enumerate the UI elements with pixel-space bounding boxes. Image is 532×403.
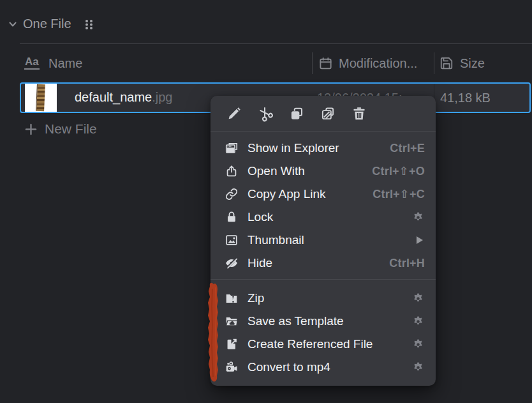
context-menu: Show in Explorer Ctrl+E Open With Ctrl+⇧…: [211, 96, 436, 386]
menu-item-copy-app-link[interactable]: Copy App Link Ctrl+⇧+C: [211, 183, 436, 206]
zip-folder-icon: [225, 291, 239, 305]
column-separator: [312, 52, 313, 74]
file-size: 41,18 kB: [440, 91, 491, 105]
menu-item-lock[interactable]: Lock: [211, 206, 436, 229]
file-thumbnail: [25, 84, 57, 112]
image-icon: [225, 233, 239, 247]
gear-icon[interactable]: [411, 315, 425, 328]
gear-icon[interactable]: [411, 361, 425, 374]
menu-item-hide[interactable]: Hide Ctrl+H: [211, 252, 436, 275]
column-header-modification[interactable]: Modification...: [339, 56, 417, 71]
new-file-button[interactable]: New File: [45, 121, 97, 137]
menu-item-show-in-explorer[interactable]: Show in Explorer Ctrl+E: [211, 137, 436, 160]
column-header-name[interactable]: Name: [48, 56, 82, 71]
gear-icon[interactable]: [411, 338, 425, 351]
menu-item-open-with[interactable]: Open With Ctrl+⇧+O: [211, 160, 436, 183]
save-icon: [440, 56, 454, 70]
shortcut-label: Ctrl+⇧+O: [372, 164, 425, 178]
section-title: One File: [23, 17, 71, 31]
file-extension: .jpg: [152, 90, 172, 104]
calendar-icon: [318, 56, 333, 71]
gear-icon[interactable]: [411, 292, 425, 305]
template-folder-icon: [225, 314, 239, 328]
submenu-arrow-icon: [417, 236, 423, 244]
name-column-icon: Aa: [24, 56, 40, 70]
menu-separator: [211, 279, 436, 280]
window-icon: [225, 141, 239, 155]
menu-item-thumbnail[interactable]: Thumbnail: [211, 229, 436, 252]
app-window: One File Aa Name Modification... Size de…: [0, 0, 532, 403]
copy-icon[interactable]: [288, 105, 305, 122]
link-icon: [225, 187, 239, 201]
eye-off-icon: [225, 256, 239, 270]
cut-icon[interactable]: [257, 105, 274, 122]
delete-icon[interactable]: [351, 105, 367, 122]
menu-item-save-as-template[interactable]: Save as Template: [211, 310, 436, 333]
column-separator: [434, 52, 434, 74]
chevron-down-icon[interactable]: [7, 19, 18, 30]
menu-item-convert-to-mp4[interactable]: Convert to mp4: [211, 356, 436, 379]
thumbnail-image-content: [36, 84, 45, 112]
quick-actions-row: [211, 96, 436, 132]
shortcut-label: Ctrl+H: [389, 257, 425, 270]
drag-handle-icon[interactable]: [83, 18, 95, 31]
edit-icon[interactable]: [226, 105, 242, 122]
file-name: default_name.jpg: [75, 90, 172, 105]
plus-icon[interactable]: [24, 123, 38, 136]
menu-item-create-referenced-file[interactable]: Create Referenced File: [211, 333, 436, 356]
section-divider: [20, 43, 532, 44]
shortcut-label: Ctrl+E: [390, 142, 425, 155]
paste-icon[interactable]: [320, 105, 336, 122]
video-camera-icon: [225, 360, 239, 374]
column-header-size[interactable]: Size: [460, 56, 485, 71]
referenced-file-icon: [225, 337, 239, 351]
menu-item-zip[interactable]: Zip: [211, 287, 436, 310]
shortcut-label: Ctrl+⇧+C: [373, 187, 425, 201]
lock-icon: [225, 210, 239, 224]
context-menu-list: Show in Explorer Ctrl+E Open With Ctrl+⇧…: [211, 132, 436, 379]
gear-icon[interactable]: [411, 211, 425, 224]
open-with-icon: [225, 164, 239, 178]
